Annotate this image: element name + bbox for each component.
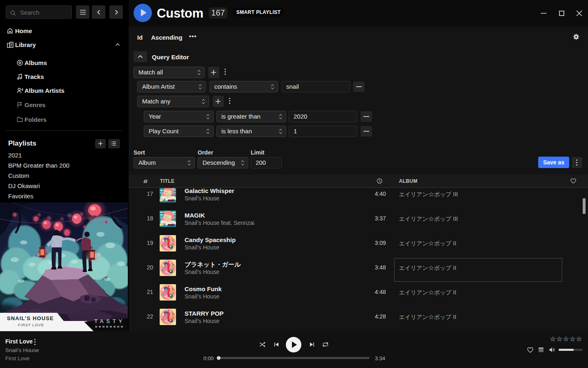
- svg-text:SNAIL’S HOUSE: SNAIL’S HOUSE: [7, 315, 54, 321]
- svg-text:TASTY: TASTY: [94, 318, 125, 324]
- svg-text:FIRST LOVE: FIRST LOVE: [18, 323, 44, 327]
